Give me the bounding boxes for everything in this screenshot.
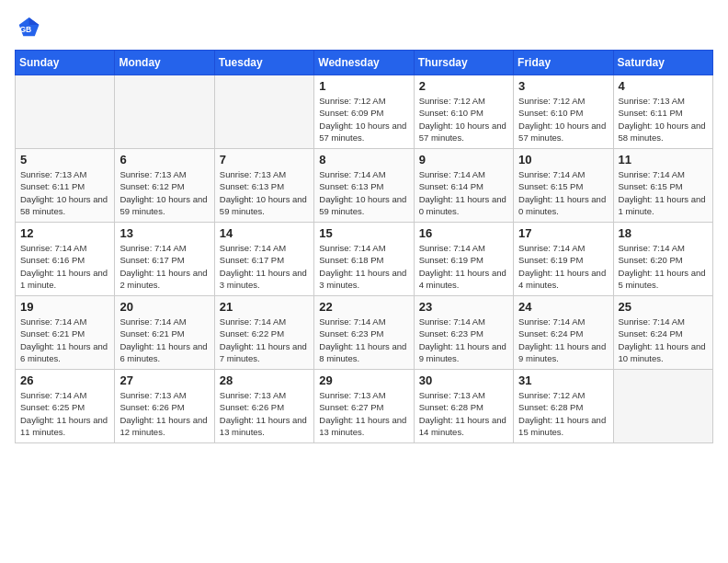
day-number: 12	[20, 226, 109, 240]
calendar-cell: 25Sunrise: 7:14 AMSunset: 6:24 PMDayligh…	[613, 296, 712, 370]
day-number: 18	[619, 226, 708, 240]
day-info: Sunrise: 7:14 AMSunset: 6:21 PMDaylight:…	[119, 316, 209, 364]
day-info: Sunrise: 7:14 AMSunset: 6:13 PMDaylight:…	[319, 168, 408, 217]
day-info: Sunrise: 7:13 AMSunset: 6:11 PMDaylight:…	[619, 95, 708, 144]
day-info: Sunrise: 7:14 AMSunset: 6:23 PMDaylight:…	[319, 316, 408, 364]
calendar-cell: 14Sunrise: 7:14 AMSunset: 6:17 PMDayligh…	[214, 223, 313, 296]
calendar-week-row: 1Sunrise: 7:12 AMSunset: 6:09 PMDaylight…	[16, 75, 713, 149]
calendar-cell: 10Sunrise: 7:14 AMSunset: 6:15 PMDayligh…	[514, 149, 613, 223]
calendar-cell: 11Sunrise: 7:14 AMSunset: 6:15 PMDayligh…	[613, 149, 712, 223]
calendar-cell: 18Sunrise: 7:14 AMSunset: 6:20 PMDayligh…	[613, 223, 712, 296]
weekday-header: Tuesday	[214, 51, 313, 75]
day-number: 23	[419, 300, 508, 314]
day-info: Sunrise: 7:14 AMSunset: 6:24 PMDaylight:…	[518, 316, 608, 364]
calendar-cell: 20Sunrise: 7:14 AMSunset: 6:21 PMDayligh…	[115, 296, 214, 370]
day-number: 24	[518, 300, 608, 314]
calendar-cell: 27Sunrise: 7:13 AMSunset: 6:26 PMDayligh…	[115, 370, 214, 443]
day-info: Sunrise: 7:14 AMSunset: 6:19 PMDaylight:…	[419, 242, 508, 291]
day-info: Sunrise: 7:14 AMSunset: 6:17 PMDaylight:…	[119, 242, 209, 291]
day-info: Sunrise: 7:12 AMSunset: 6:10 PMDaylight:…	[419, 95, 508, 144]
calendar-cell: 7Sunrise: 7:13 AMSunset: 6:13 PMDaylight…	[214, 149, 313, 223]
day-number: 7	[220, 153, 309, 167]
calendar-cell: 28Sunrise: 7:13 AMSunset: 6:26 PMDayligh…	[214, 370, 313, 443]
day-number: 27	[119, 373, 209, 387]
day-info: Sunrise: 7:13 AMSunset: 6:28 PMDaylight:…	[419, 389, 508, 438]
page-header: GB	[15, 15, 713, 40]
calendar-cell: 1Sunrise: 7:12 AMSunset: 6:09 PMDaylight…	[314, 75, 414, 149]
day-number: 22	[319, 300, 408, 314]
svg-text:GB: GB	[19, 25, 31, 34]
day-number: 25	[619, 300, 708, 314]
calendar-week-row: 26Sunrise: 7:14 AMSunset: 6:25 PMDayligh…	[16, 370, 713, 443]
calendar-cell: 3Sunrise: 7:12 AMSunset: 6:10 PMDaylight…	[514, 75, 613, 149]
calendar-cell: 29Sunrise: 7:13 AMSunset: 6:27 PMDayligh…	[314, 370, 414, 443]
calendar-cell: 16Sunrise: 7:14 AMSunset: 6:19 PMDayligh…	[414, 223, 513, 296]
day-number: 17	[518, 226, 608, 240]
day-number: 10	[518, 153, 608, 167]
day-number: 4	[619, 79, 708, 93]
calendar-cell: 22Sunrise: 7:14 AMSunset: 6:23 PMDayligh…	[314, 296, 414, 370]
day-number: 2	[419, 79, 508, 93]
day-number: 20	[119, 300, 209, 314]
calendar-cell: 6Sunrise: 7:13 AMSunset: 6:12 PMDaylight…	[115, 149, 214, 223]
day-info: Sunrise: 7:13 AMSunset: 6:13 PMDaylight:…	[220, 168, 309, 217]
day-number: 28	[220, 373, 309, 387]
day-info: Sunrise: 7:14 AMSunset: 6:17 PMDaylight:…	[220, 242, 309, 291]
calendar-week-row: 5Sunrise: 7:13 AMSunset: 6:11 PMDaylight…	[16, 149, 713, 223]
logo-icon: GB	[15, 15, 40, 40]
day-info: Sunrise: 7:14 AMSunset: 6:21 PMDaylight:…	[20, 316, 109, 364]
day-number: 13	[119, 226, 209, 240]
calendar-cell	[613, 370, 712, 443]
calendar-cell: 13Sunrise: 7:14 AMSunset: 6:17 PMDayligh…	[115, 223, 214, 296]
calendar-cell: 30Sunrise: 7:13 AMSunset: 6:28 PMDayligh…	[414, 370, 513, 443]
day-info: Sunrise: 7:14 AMSunset: 6:24 PMDaylight:…	[619, 316, 708, 364]
logo: GB	[15, 15, 44, 40]
calendar-week-row: 19Sunrise: 7:14 AMSunset: 6:21 PMDayligh…	[16, 296, 713, 370]
day-number: 5	[20, 153, 109, 167]
day-number: 30	[419, 373, 508, 387]
day-info: Sunrise: 7:14 AMSunset: 6:16 PMDaylight:…	[20, 242, 109, 291]
day-info: Sunrise: 7:14 AMSunset: 6:18 PMDaylight:…	[319, 242, 408, 291]
day-number: 19	[20, 300, 109, 314]
day-info: Sunrise: 7:14 AMSunset: 6:25 PMDaylight:…	[20, 389, 109, 438]
calendar-cell: 8Sunrise: 7:14 AMSunset: 6:13 PMDaylight…	[314, 149, 414, 223]
calendar-header-row: SundayMondayTuesdayWednesdayThursdayFrid…	[16, 51, 713, 75]
weekday-header: Wednesday	[314, 51, 414, 75]
day-number: 11	[619, 153, 708, 167]
calendar-cell	[214, 75, 313, 149]
day-info: Sunrise: 7:13 AMSunset: 6:27 PMDaylight:…	[319, 389, 408, 438]
day-info: Sunrise: 7:13 AMSunset: 6:26 PMDaylight:…	[220, 389, 309, 438]
day-number: 14	[220, 226, 309, 240]
calendar-cell: 24Sunrise: 7:14 AMSunset: 6:24 PMDayligh…	[514, 296, 613, 370]
day-info: Sunrise: 7:14 AMSunset: 6:22 PMDaylight:…	[220, 316, 309, 364]
calendar-cell: 15Sunrise: 7:14 AMSunset: 6:18 PMDayligh…	[314, 223, 414, 296]
calendar-cell: 19Sunrise: 7:14 AMSunset: 6:21 PMDayligh…	[16, 296, 115, 370]
calendar-cell: 21Sunrise: 7:14 AMSunset: 6:22 PMDayligh…	[214, 296, 313, 370]
day-info: Sunrise: 7:12 AMSunset: 6:28 PMDaylight:…	[518, 389, 608, 438]
calendar-cell: 2Sunrise: 7:12 AMSunset: 6:10 PMDaylight…	[414, 75, 513, 149]
day-info: Sunrise: 7:14 AMSunset: 6:15 PMDaylight:…	[518, 168, 608, 217]
day-number: 8	[319, 153, 408, 167]
day-info: Sunrise: 7:13 AMSunset: 6:11 PMDaylight:…	[20, 168, 109, 217]
calendar-week-row: 12Sunrise: 7:14 AMSunset: 6:16 PMDayligh…	[16, 223, 713, 296]
day-number: 31	[518, 373, 608, 387]
calendar-cell: 4Sunrise: 7:13 AMSunset: 6:11 PMDaylight…	[613, 75, 712, 149]
day-info: Sunrise: 7:14 AMSunset: 6:15 PMDaylight:…	[619, 168, 708, 217]
day-info: Sunrise: 7:14 AMSunset: 6:23 PMDaylight:…	[419, 316, 508, 364]
day-info: Sunrise: 7:13 AMSunset: 6:12 PMDaylight:…	[119, 168, 209, 217]
day-info: Sunrise: 7:12 AMSunset: 6:10 PMDaylight:…	[518, 95, 608, 144]
weekday-header: Thursday	[414, 51, 513, 75]
calendar-cell: 31Sunrise: 7:12 AMSunset: 6:28 PMDayligh…	[514, 370, 613, 443]
calendar-cell: 26Sunrise: 7:14 AMSunset: 6:25 PMDayligh…	[16, 370, 115, 443]
day-number: 15	[319, 226, 408, 240]
day-number: 1	[319, 79, 408, 93]
day-number: 6	[119, 153, 209, 167]
calendar-cell: 12Sunrise: 7:14 AMSunset: 6:16 PMDayligh…	[16, 223, 115, 296]
calendar-table: SundayMondayTuesdayWednesdayThursdayFrid…	[15, 50, 713, 443]
day-number: 21	[220, 300, 309, 314]
weekday-header: Monday	[115, 51, 214, 75]
calendar-cell: 23Sunrise: 7:14 AMSunset: 6:23 PMDayligh…	[414, 296, 513, 370]
weekday-header: Saturday	[613, 51, 712, 75]
day-number: 3	[518, 79, 608, 93]
calendar-cell: 17Sunrise: 7:14 AMSunset: 6:19 PMDayligh…	[514, 223, 613, 296]
